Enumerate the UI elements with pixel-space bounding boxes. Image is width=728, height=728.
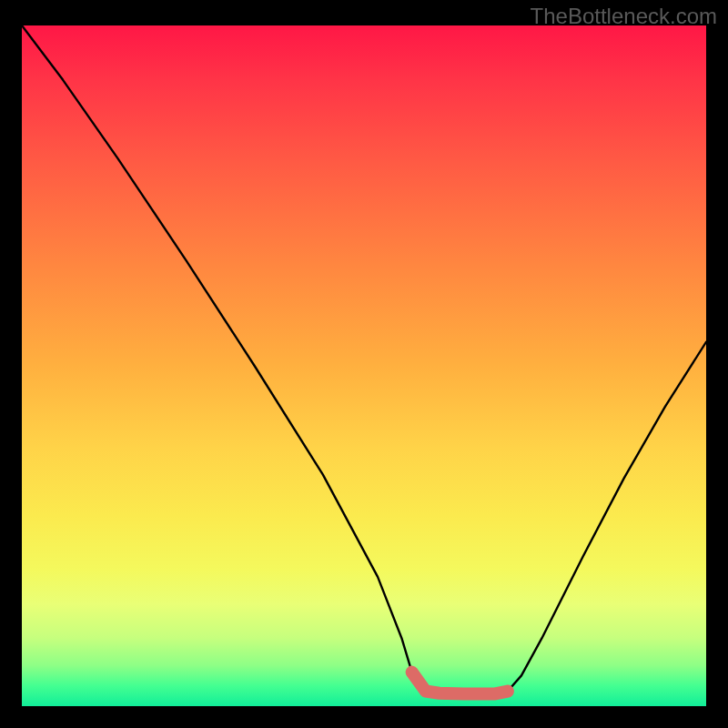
chart-svg	[22, 25, 706, 706]
watermark-text: TheBottleneck.com	[531, 4, 717, 29]
main-curve	[22, 25, 706, 694]
chart-canvas: TheBottleneck.com	[0, 0, 728, 728]
flat-segment	[412, 672, 508, 694]
plot-area	[22, 25, 706, 706]
curve-group	[22, 25, 706, 694]
